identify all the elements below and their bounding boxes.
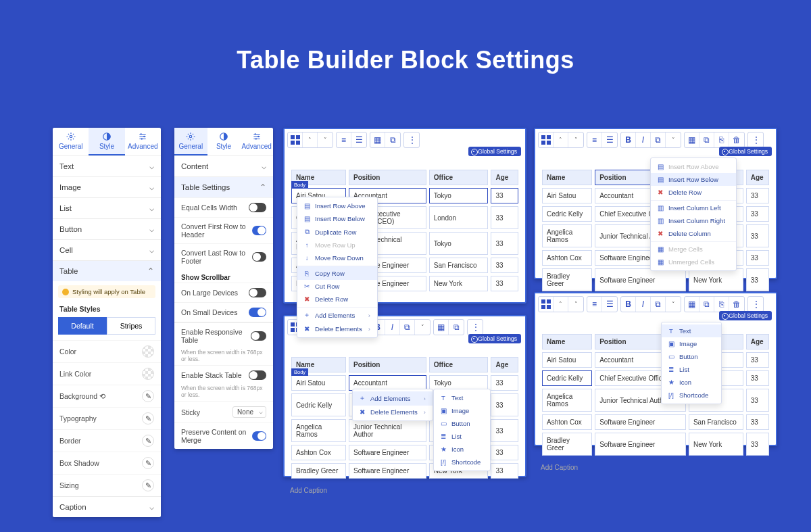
sticky-select[interactable]: None <box>232 406 266 418</box>
table-cell[interactable]: Airi Satou <box>542 352 592 368</box>
toggle-first-row-header[interactable]: Convert First Row to Header <box>174 217 273 243</box>
italic-icon[interactable]: I <box>636 132 651 147</box>
table-cell[interactable]: 33 <box>491 375 518 391</box>
table-cell[interactable]: New York <box>689 433 743 456</box>
menu-item[interactable]: ★Icon <box>662 376 721 389</box>
insert-table-icon[interactable]: ▦ <box>685 132 699 147</box>
section-button[interactable]: Button⌵ <box>53 218 161 239</box>
align-left-icon[interactable]: ≡ <box>587 297 602 312</box>
chevron-down-icon[interactable]: ˅ <box>666 297 681 312</box>
table-cell[interactable]: London <box>429 206 489 229</box>
section-text[interactable]: Text⌵ <box>53 155 161 176</box>
link-icon[interactable]: ⧉ <box>651 132 666 147</box>
chevron-up-icon[interactable]: ˄ <box>554 297 568 312</box>
table-cell[interactable]: 33 <box>746 188 769 203</box>
table-header[interactable]: Age <box>491 170 518 185</box>
table-cell[interactable]: Bradley Greer <box>542 433 592 456</box>
table-cell[interactable]: Tokyo <box>429 188 489 203</box>
menu-item[interactable]: ≣List <box>434 430 490 443</box>
tab-style[interactable]: Style <box>89 128 124 155</box>
toggle-equal-cells[interactable]: Equal Cells Width <box>174 197 273 217</box>
menu-item[interactable]: TText <box>434 391 490 404</box>
table-cell[interactable]: San Francisco <box>429 258 489 273</box>
menu-item[interactable]: ✖Delete Elements› <box>353 406 433 418</box>
menu-item[interactable]: ★Icon <box>434 443 490 456</box>
toggle-icon[interactable] <box>249 308 266 317</box>
link-icon[interactable]: ⧉ <box>651 297 666 312</box>
style-stripes-button[interactable]: Stripes <box>107 317 155 335</box>
italic-icon[interactable]: I <box>636 297 651 312</box>
table-cell[interactable]: Bradley Greer <box>291 463 346 479</box>
table-cell[interactable]: Ashton Cox <box>291 445 346 460</box>
link-icon[interactable]: ⧉ <box>400 320 415 335</box>
table-cell[interactable]: Cedric Kelly <box>542 370 592 386</box>
duplicate-icon[interactable]: ⧉ <box>699 297 714 312</box>
tab-advanced[interactable]: Advanced <box>240 128 273 155</box>
caption-placeholder[interactable]: Add Caption <box>535 461 776 475</box>
table-cell[interactable]: Tokyo <box>429 232 489 255</box>
more-icon[interactable]: ⋮ <box>748 297 763 312</box>
toggle-icon[interactable] <box>251 331 266 341</box>
global-settings-chip[interactable]: Global Settings <box>719 311 772 320</box>
global-settings-chip[interactable]: Global Settings <box>468 334 521 343</box>
menu-item[interactable]: ✖Delete Column <box>651 227 736 240</box>
table-cell[interactable]: Junior Technical Author <box>349 419 426 442</box>
toggle-scroll-small[interactable]: On Small Devices <box>174 302 273 322</box>
menu-item[interactable]: ▤Insert Row Below <box>297 212 377 225</box>
prop-link-color[interactable]: Link Color <box>53 362 161 385</box>
section-content[interactable]: Content⌵ <box>174 155 273 176</box>
prop-typography[interactable]: Typography✎ <box>53 407 161 429</box>
table-cell[interactable]: Ashton Cox <box>542 414 592 430</box>
table-cell[interactable]: 33 <box>491 206 518 229</box>
table-cell[interactable]: Angelica Ramos <box>291 419 346 442</box>
menu-item[interactable]: ✖Delete Row <box>651 186 736 199</box>
table-cell[interactable]: 33 <box>746 250 769 266</box>
table-cell[interactable]: 33 <box>491 393 518 416</box>
section-cell[interactable]: Cell⌵ <box>53 239 161 260</box>
table-cell[interactable]: Software Engineer <box>349 445 426 460</box>
prop-box-shadow[interactable]: Box Shadow✎ <box>53 452 161 474</box>
align-center-icon[interactable]: ☰ <box>351 132 366 147</box>
table-cell[interactable]: 33 <box>746 389 769 412</box>
prop-sizing[interactable]: Sizing✎ <box>53 474 161 496</box>
menu-item[interactable]: [/]Shortcode <box>662 389 721 402</box>
table-cell[interactable]: Ashton Cox <box>542 250 592 266</box>
table-header[interactable]: Office <box>429 357 489 372</box>
section-caption[interactable]: Caption⌵ <box>53 496 161 517</box>
tab-general[interactable]: General <box>53 128 89 155</box>
toggle-stack[interactable]: Enable Stack Table <box>174 365 273 385</box>
menu-item[interactable]: ⧉Duplicate Row <box>297 225 377 239</box>
menu-item[interactable]: ▥Insert Column Right <box>651 214 736 227</box>
align-left-icon[interactable]: ≡ <box>337 132 351 147</box>
table-cell[interactable]: 33 <box>746 224 769 247</box>
table-cell[interactable]: Software Engineer <box>595 268 686 291</box>
edit-icon[interactable]: ✎ <box>142 390 154 402</box>
toggle-last-row-footer[interactable]: Convert Last Row to Footer <box>174 243 273 270</box>
duplicate-icon[interactable]: ⧉ <box>699 132 714 147</box>
table-cell[interactable]: Airi Satou <box>542 188 592 203</box>
edit-icon[interactable]: ✎ <box>142 412 154 425</box>
table-icon[interactable] <box>539 297 554 312</box>
table-header[interactable]: Age <box>746 170 769 185</box>
table-cell[interactable]: Software Engineer <box>595 414 686 430</box>
chevron-down-icon[interactable]: ˅ <box>568 297 583 312</box>
chevron-up-icon[interactable]: ˄ <box>554 132 568 147</box>
color-swatch-icon[interactable] <box>142 368 154 380</box>
menu-item[interactable]: ▤Insert Row Below <box>651 173 736 186</box>
tab-advanced[interactable]: Advanced <box>125 128 161 155</box>
table-header[interactable]: Age <box>746 334 769 349</box>
table-cell[interactable]: Bradley Greer <box>542 268 592 291</box>
menu-item[interactable]: TText <box>662 324 721 337</box>
duplicate-icon[interactable]: ⧉ <box>449 320 464 335</box>
table-cell[interactable]: 33 <box>746 268 769 291</box>
section-list[interactable]: List⌵ <box>53 197 161 218</box>
table-cell[interactable]: 33 <box>491 419 518 442</box>
sticky-select-row[interactable]: StickyNone <box>174 401 273 422</box>
table-header[interactable]: Name <box>542 334 592 349</box>
toggle-icon[interactable] <box>252 226 266 235</box>
toggle-icon[interactable] <box>249 288 266 297</box>
menu-item[interactable]: ▭Button <box>434 417 490 430</box>
menu-item[interactable]: ⎘Copy Row <box>297 266 377 280</box>
chevron-down-icon[interactable]: ˅ <box>568 132 583 147</box>
menu-item[interactable]: ▤Insert Row Above <box>297 199 377 212</box>
